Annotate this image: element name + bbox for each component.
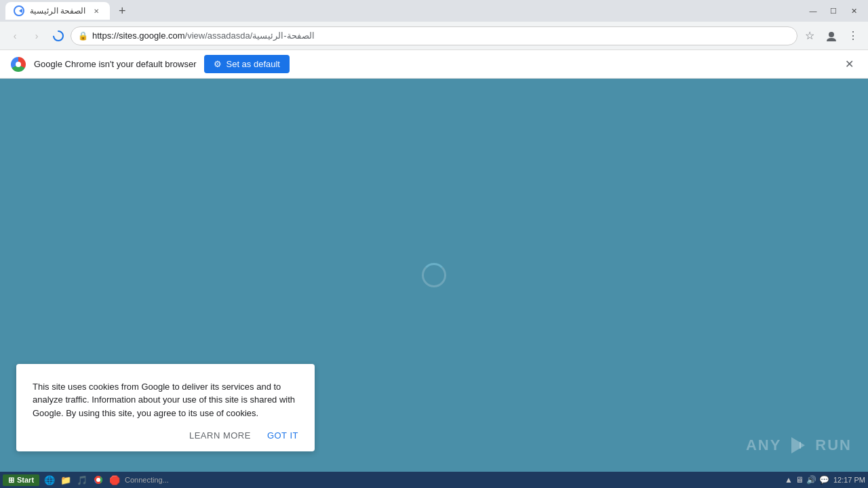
- tab-title: الصفحة الرئيسية: [30, 6, 85, 16]
- tab-favicon: [14, 5, 24, 16]
- taskbar-stop-icon[interactable]: 🛑: [107, 474, 122, 486]
- cookie-notice: This site uses cookies from Google to de…: [16, 364, 315, 452]
- address-suffix: /view/assadasda/الصفحة-الرئيسية: [185, 30, 315, 41]
- taskbar-system-icons: ▲ 🖥 🔊 💬: [785, 475, 829, 485]
- taskbar: ⊞ Start 🌐 📁 🎵 🛑 Connecting... ▲ 🖥: [0, 472, 868, 488]
- address-text: https://sites.google.com/view/assadasda/…: [92, 30, 790, 41]
- svg-point-6: [96, 478, 100, 482]
- taskbar-notification-icon[interactable]: 💬: [819, 475, 829, 485]
- taskbar-right: ▲ 🖥 🔊 💬 12:17 PM: [785, 475, 865, 485]
- main-content: This site uses cookies from Google to de…: [0, 79, 868, 472]
- start-icon: ⊞: [8, 476, 14, 485]
- default-browser-infobar: Google Chrome isn't your default browser…: [0, 50, 868, 79]
- status-text: Connecting...: [125, 476, 169, 484]
- infobar-message: Google Chrome isn't your default browser: [34, 59, 196, 69]
- taskbar-items: 🌐 📁 🎵 🛑: [42, 474, 122, 486]
- taskbar-time: 12:17 PM: [833, 476, 865, 484]
- user-profile-button[interactable]: [822, 26, 841, 45]
- svg-point-1: [54, 31, 63, 41]
- taskbar-network-icon[interactable]: 🖥: [795, 475, 804, 485]
- svg-point-2: [829, 32, 834, 37]
- minimize-button[interactable]: —: [804, 4, 822, 18]
- taskbar-chrome-icon[interactable]: [91, 474, 106, 486]
- got-it-button[interactable]: GOT IT: [267, 430, 298, 441]
- loading-spinner-container: [422, 263, 446, 287]
- titlebar: الصفحة الرئيسية ✕ + — ☐ ✕: [0, 0, 868, 22]
- titlebar-left: الصفحة الرئيسية ✕ +: [5, 1, 804, 20]
- maximize-button[interactable]: ☐: [825, 4, 842, 18]
- infobar-close-button[interactable]: ✕: [841, 56, 857, 73]
- back-button[interactable]: ‹: [5, 26, 24, 45]
- forward-button[interactable]: ›: [27, 26, 46, 45]
- loading-spinner: [422, 263, 446, 287]
- anyrun-text-run: RUN: [815, 436, 852, 454]
- set-default-label: Set as default: [226, 59, 280, 69]
- taskbar-media-icon[interactable]: 🎵: [75, 474, 90, 486]
- taskbar-volume-icon[interactable]: 🔊: [806, 475, 816, 485]
- new-tab-button[interactable]: +: [113, 1, 132, 20]
- svg-marker-3: [791, 437, 805, 453]
- menu-button[interactable]: ⋮: [844, 26, 863, 45]
- cookie-actions: LEARN MORE GOT IT: [33, 430, 298, 441]
- anyrun-text-any: ANY: [746, 436, 781, 454]
- anyrun-watermark: ANY RUN: [746, 435, 852, 455]
- learn-more-button[interactable]: LEARN MORE: [189, 430, 251, 441]
- start-label: Start: [17, 476, 34, 484]
- browser-toolbar: ‹ › 🔒 https://sites.google.com/view/assa…: [0, 22, 868, 50]
- taskbar-ie-icon[interactable]: 🌐: [42, 474, 57, 486]
- close-button[interactable]: ✕: [845, 4, 863, 18]
- reload-button[interactable]: [49, 26, 68, 45]
- browser-tab[interactable]: الصفحة الرئيسية ✕: [5, 2, 110, 20]
- taskbar-arrow-icon[interactable]: ▲: [785, 475, 793, 485]
- address-bar[interactable]: 🔒 https://sites.google.com/view/assadasd…: [71, 26, 797, 45]
- taskbar-folder-icon[interactable]: 📁: [58, 474, 73, 486]
- address-prefix: https://sites.google.com: [92, 30, 185, 41]
- lock-icon: 🔒: [78, 31, 88, 41]
- tab-close-button[interactable]: ✕: [91, 5, 102, 16]
- set-as-default-button[interactable]: ⚙ Set as default: [204, 55, 290, 73]
- anyrun-play-icon: [788, 435, 808, 455]
- start-button[interactable]: ⊞ Start: [3, 474, 39, 486]
- cookie-notice-text: This site uses cookies from Google to de…: [33, 380, 298, 420]
- chrome-logo-icon: [11, 57, 26, 72]
- settings-icon: ⚙: [214, 59, 222, 69]
- bookmark-button[interactable]: ☆: [800, 26, 819, 45]
- taskbar-left: ⊞ Start 🌐 📁 🎵 🛑 Connecting...: [3, 474, 169, 486]
- window-controls: — ☐ ✕: [804, 4, 863, 18]
